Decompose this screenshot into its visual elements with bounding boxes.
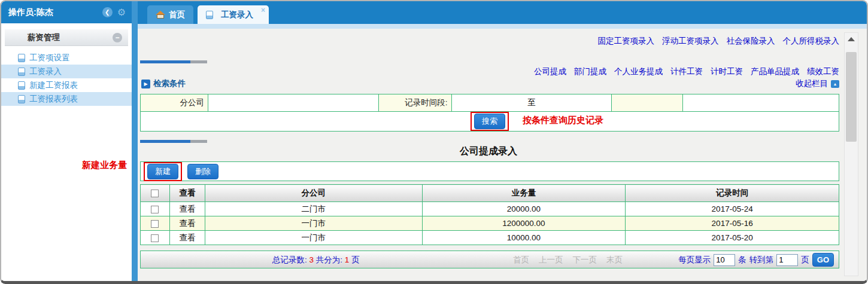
row-checkbox[interactable] [151,206,159,213]
view-link[interactable]: 查看 [169,231,205,245]
new-button[interactable]: 新建 [147,164,178,179]
sidebar-item-label: 工资报表列表 [29,94,78,105]
sidebar-item-label: 工资项设置 [29,53,70,63]
branch-cell: 一门市 [205,231,422,245]
tabbar-underline [138,24,867,29]
link-fixed-salary-entry[interactable]: 固定工资项录入 [598,36,655,47]
sidebar-divider [132,1,138,281]
sidebar-item-new-salary-report[interactable]: 新建工资报表 [1,78,132,92]
date-cell: 2017-05-16 [626,216,839,231]
section-divider [140,140,207,143]
annotation-new-business: 新建业务量 [82,160,127,171]
tab-home[interactable]: 首页 [147,5,193,24]
link-floating-salary-entry[interactable]: 浮动工资项录入 [662,36,719,47]
col-header-view: 查看 [169,185,205,202]
table-row: 查看 一门市 10000.00 2017-05-20 [141,231,839,245]
main-area: 首页 工资录入 × 固定工资项录入 浮动工资项录入 社会保险录入 个人所得税录入… [138,1,867,281]
branch-cell: 一门市 [205,216,422,231]
sidebar-item-label: 新建工资报表 [29,80,78,91]
tab-bar: 首页 工资录入 × [138,1,867,24]
sidebar-item-salary-report-list[interactable]: 工资报表列表 [1,92,132,106]
collapse-up-icon[interactable]: ▲ [831,80,839,88]
date-cell: 2017-05-20 [626,231,839,245]
col-header-date: 记录时间 [626,185,839,202]
table-row: 查看 一门市 1200000.00 2017-05-16 [141,216,839,231]
link-company-commission[interactable]: 公司提成 [534,66,566,77]
table-toolbar: 新建 删除 [140,161,839,181]
select-all-cell [141,185,170,202]
total-records-count: 3 [309,255,314,264]
empty-input-cell[interactable] [683,94,839,112]
search-form: 分公司 记录时间段: 至 搜索 按条件查询历史记录 [140,94,839,132]
collapse-group-icon[interactable]: − [113,33,122,42]
date-cell: 2017-05-24 [626,202,839,216]
section-title: 公司提成录入 [138,145,839,158]
row-checkbox[interactable] [151,220,159,228]
search-button[interactable]: 搜索 [474,114,505,129]
menu-group-salary-management[interactable]: 薪资管理 − [5,29,128,46]
link-personal-business-commission[interactable]: 个人业务提成 [614,66,663,77]
pagination-controls: 每页显示 条 转到第 页 GO [678,253,834,267]
row-checkbox[interactable] [151,234,159,242]
go-button[interactable]: GO [812,253,834,267]
delete-button[interactable]: 删除 [187,164,218,179]
scrollbar-thumb[interactable] [846,52,857,142]
empty-label-cell [612,94,683,112]
operator-label: 操作员:陈杰 [8,7,53,18]
pager-links: 首页 上一页 下一页 末页 [513,255,623,265]
sidebar-item-salary-item-settings[interactable]: 工资项设置 [1,51,132,65]
link-product-unit-commission[interactable]: 产品单品提成 [751,66,799,77]
goto-page-input[interactable] [776,254,798,266]
document-icon [18,81,25,90]
menu-group-label: 薪资管理 [28,32,60,43]
link-department-commission[interactable]: 部门提成 [574,66,606,77]
sidebar-item-salary-entry[interactable]: 工资录入 [1,65,132,78]
close-tab-icon[interactable]: × [261,6,265,14]
sidebar-header: 操作员:陈杰 ❮ ⚙ [1,1,132,23]
prev-page-link[interactable]: 上一页 [539,255,563,265]
document-icon [18,68,25,76]
first-page-link[interactable]: 首页 [513,255,529,265]
volume-cell: 10000.00 [422,231,626,245]
document-icon [206,11,213,19]
sidebar: 操作员:陈杰 ❮ ⚙ 薪资管理 − 工资项设置 工资录入 新建工资报表 工资报表… [1,1,132,281]
time-range-inputs[interactable]: 至 [451,94,612,112]
link-income-tax-entry[interactable]: 个人所得税录入 [783,36,840,47]
tab-salary-entry[interactable]: 工资录入 × [198,5,269,24]
app-window: 操作员:陈杰 ❮ ⚙ 薪资管理 − 工资项设置 工资录入 新建工资报表 工资报表… [0,0,868,284]
tab-label: 工资录入 [221,10,253,20]
collapse-panel-link[interactable]: 收起栏目 [796,78,828,89]
vertical-scrollbar[interactable] [844,32,858,276]
collapse-panel: 收起栏目 ▲ [796,78,839,89]
col-header-branch: 分公司 [205,185,422,202]
home-icon [156,11,165,19]
document-icon [18,54,25,62]
pagination-bar: 总记录数: 3 共分为: 1 页 首页 上一页 下一页 末页 每页显示 条 转到… [140,251,839,268]
per-page-input[interactable] [714,254,735,266]
section-divider [140,60,207,63]
collapse-sidebar-icon[interactable]: ❮ [102,7,113,17]
link-social-insurance-entry[interactable]: 社会保险录入 [727,36,775,47]
select-all-checkbox[interactable] [151,190,159,197]
search-header-row: ▶ 检索条件 收起栏目 ▲ [138,78,867,89]
scroll-up-icon[interactable] [845,33,858,45]
new-button-highlight: 新建 [144,162,182,181]
view-link[interactable]: 查看 [169,202,205,216]
view-link[interactable]: 查看 [169,216,205,231]
entry-links-row: 固定工资项录入 浮动工资项录入 社会保险录入 个人所得税录入 [138,36,867,47]
document-icon [18,95,25,103]
content-area: 固定工资项录入 浮动工资项录入 社会保险录入 个人所得税录入 公司提成 部门提成… [138,29,867,281]
commission-links-row: 公司提成 部门提成 个人业务提成 计件工资 计时工资 产品单品提成 绩效工资 [138,66,867,77]
link-performance-salary[interactable]: 绩效工资 [807,66,839,77]
tab-label: 首页 [169,10,185,20]
last-page-link[interactable]: 末页 [606,255,623,265]
record-stats: 总记录数: 3 共分为: 1 页 [272,255,360,265]
next-page-link[interactable]: 下一页 [573,255,597,265]
time-range-field-label: 记录时间段: [378,94,451,112]
settings-gear-icon[interactable]: ⚙ [117,8,126,17]
branch-input[interactable] [208,94,378,112]
link-hourly-salary[interactable]: 计时工资 [711,66,743,77]
expand-arrow-icon[interactable]: ▶ [141,80,150,88]
annotation-search-history: 按条件查询历史记录 [523,115,603,126]
link-piecework-salary[interactable]: 计件工资 [670,66,703,77]
